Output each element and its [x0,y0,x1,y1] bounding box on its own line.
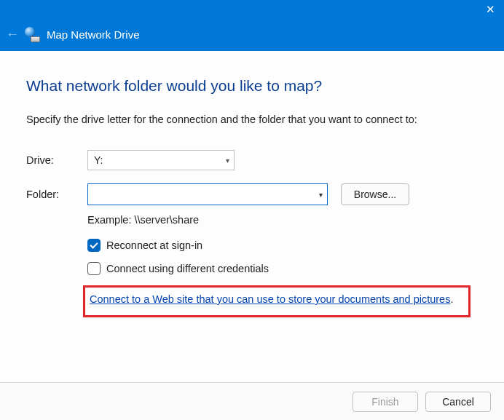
diffcred-row[interactable]: Connect using different credentials [87,262,478,275]
drive-value: Y: [94,154,103,166]
folder-label: Folder: [26,189,87,200]
example-text: Example: \\server\share [87,214,478,226]
drive-label: Drive: [26,154,87,166]
instruction-text: Specify the drive letter for the connect… [26,114,478,125]
reconnect-row[interactable]: Reconnect at sign-in [87,239,478,252]
reconnect-checkbox[interactable] [87,239,101,252]
footer: Finish Cancel [0,382,504,420]
website-link-highlight: Connect to a Web site that you can use t… [83,285,470,317]
options-block: Example: \\server\share Reconnect at sig… [87,214,478,275]
reconnect-label: Reconnect at sign-in [106,239,202,251]
titlebar: ✕ [0,0,504,17]
folder-row: Folder: ▾ Browse... [26,183,478,205]
finish-button: Finish [353,392,418,412]
close-icon[interactable]: ✕ [486,4,495,15]
window-title: Map Network Drive [47,28,140,41]
drive-select[interactable]: Y: ▾ [87,150,235,170]
network-drive-icon [25,27,39,41]
folder-combobox[interactable]: ▾ [87,183,328,205]
chevron-down-icon: ▾ [226,156,229,165]
chevron-down-icon: ▾ [319,191,323,199]
wizard-header: ← Map Network Drive [0,17,504,51]
content-area: What network folder would you like to ma… [0,51,504,317]
website-link[interactable]: Connect to a Web site that you can use t… [90,293,450,305]
page-heading: What network folder would you like to ma… [26,77,478,95]
cancel-button[interactable]: Cancel [425,392,491,412]
back-arrow-icon[interactable]: ← [4,27,25,42]
browse-button[interactable]: Browse... [341,183,409,205]
diffcred-checkbox[interactable] [87,262,101,275]
drive-row: Drive: Y: ▾ [26,150,478,170]
diffcred-label: Connect using different credentials [106,263,269,274]
